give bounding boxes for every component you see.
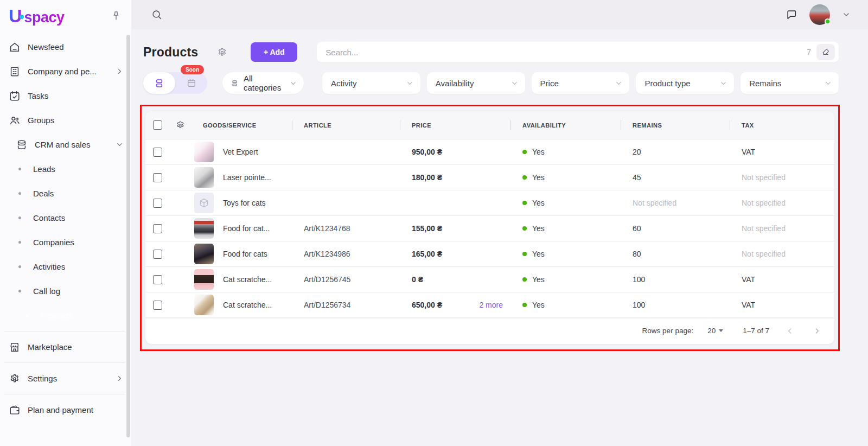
column-header-price: PRICE [400, 111, 510, 139]
calendar-icon [9, 90, 21, 102]
row-checkbox[interactable] [153, 199, 162, 208]
chat-icon[interactable] [786, 9, 797, 21]
rows-per-page-select[interactable]: 20 [707, 327, 723, 335]
product-name: Laser pointe... [223, 173, 271, 182]
sidebar-item-label: Deals [33, 189, 124, 198]
tax-value: VAT [730, 301, 834, 309]
remains-value: Not specified [621, 199, 730, 207]
filter-activity[interactable]: Activity [322, 72, 420, 94]
users-icon [9, 114, 21, 126]
chevron-right-icon [116, 374, 124, 383]
filter-availability[interactable]: Availability [427, 72, 525, 94]
sidebar-item-call-log[interactable]: Call log [0, 279, 131, 303]
availability-dot-icon [522, 277, 527, 282]
availability-dot-icon [522, 201, 527, 205]
product-image [194, 269, 214, 290]
previous-page-button[interactable] [783, 324, 796, 337]
filter-label: Remains [749, 79, 824, 88]
bullet-icon [18, 216, 21, 219]
product-name: Cat scratche... [223, 275, 272, 284]
more-prices-link[interactable]: 2 more [479, 301, 503, 309]
product-price: 155,00 ₴ [412, 224, 442, 233]
availability-value: Yes [532, 301, 545, 309]
sidebar-item-products[interactable]: Products [0, 303, 131, 328]
table-row[interactable]: Toys for catsYesNot specifiedNot specifi… [145, 190, 834, 216]
row-checkbox[interactable] [153, 250, 162, 259]
bullet-icon [18, 168, 21, 170]
column-header-availability: AVAILABILITY [510, 111, 621, 139]
sidebar-item-contacts[interactable]: Contacts [0, 206, 131, 230]
all-categories-select[interactable]: All categories [222, 72, 304, 94]
sidebar-item-label: Tasks [28, 91, 124, 100]
sidebar-item-newsfeed[interactable]: Newsfeed [0, 35, 131, 59]
sidebar-item-label: Plan and payment [28, 405, 124, 415]
chevron-down-icon [615, 79, 623, 87]
sidebar-item-label: Contacts [33, 213, 124, 222]
next-page-button[interactable] [810, 324, 824, 337]
select-all-checkbox[interactable] [153, 120, 162, 130]
calendar-view-button[interactable] [175, 72, 207, 94]
filter-label: Activity [331, 79, 406, 88]
products-table: GOODS/SERVICEARTICLEPRICEAVAILABILITYREM… [145, 111, 834, 344]
product-article: Art/K1234768 [292, 224, 400, 233]
user-avatar[interactable] [809, 4, 830, 25]
filter-price[interactable]: Price [532, 72, 630, 94]
product-price: 165,00 ₴ [412, 250, 442, 258]
sidebar-item-activities[interactable]: Activities [0, 254, 131, 279]
remains-value: 100 [621, 275, 730, 284]
tax-value: Not specified [730, 199, 834, 207]
uspacy-logo[interactable]: U spacy [9, 5, 65, 27]
clear-search-button[interactable] [816, 44, 835, 60]
row-checkbox[interactable] [153, 275, 162, 284]
sidebar-item-leads[interactable]: Leads [0, 157, 131, 181]
sidebar-item-plan-and-payment[interactable]: Plan and payment [0, 398, 131, 422]
filter-remains[interactable]: Remains [741, 72, 839, 94]
remains-value: 100 [621, 301, 730, 309]
row-checkbox[interactable] [153, 301, 162, 310]
global-search-icon[interactable] [151, 9, 163, 21]
add-product-button[interactable]: + Add [251, 42, 297, 62]
filter-label: Price [540, 79, 615, 88]
row-checkbox[interactable] [153, 148, 162, 157]
product-name: Vet Expert [223, 148, 258, 156]
table-row[interactable]: Cat scratche...Art/D12567450 ₴Yes100VAT [145, 267, 834, 292]
chevron-down-icon [510, 79, 519, 87]
table-row[interactable]: Food for catsArt/K1234986165,00 ₴Yes80No… [145, 241, 834, 267]
sidebar-item-marketplace[interactable]: Marketplace [0, 335, 131, 359]
column-header-article: ARTICLE [292, 111, 400, 139]
products-search-input[interactable] [326, 48, 807, 57]
sidebar-item-groups[interactable]: Groups [0, 108, 131, 132]
logo-dot-icon [20, 15, 24, 19]
filter-label: Availability [436, 79, 510, 88]
row-checkbox[interactable] [153, 173, 162, 182]
sidebar: U spacy NewsfeedCompany and pe...TasksGr… [0, 0, 131, 446]
table-row[interactable]: Vet Expert950,00 ₴Yes20VAT [145, 139, 834, 165]
list-view-button[interactable] [143, 72, 175, 94]
availability-dot-icon [522, 303, 527, 307]
sidebar-item-label: Companies [33, 238, 124, 247]
sidebar-scrollbar[interactable] [126, 35, 130, 437]
account-menu-chevron-icon[interactable] [842, 10, 851, 19]
table-row[interactable]: Cat scratche...Art/D1256734650,00 ₴2 mor… [145, 292, 834, 318]
sidebar-item-companies[interactable]: Companies [0, 230, 131, 254]
table-settings-icon[interactable] [169, 120, 191, 130]
product-price: 650,00 ₴ [412, 301, 442, 309]
product-name: Cat scratche... [223, 301, 272, 309]
sidebar-item-settings[interactable]: Settings [0, 366, 131, 391]
row-checkbox[interactable] [153, 224, 162, 233]
sidebar-item-company-and-people[interactable]: Company and pe... [0, 59, 131, 84]
sidebar-item-crm-and-sales[interactable]: CRM and sales [0, 132, 131, 157]
page-settings-icon[interactable] [216, 47, 228, 58]
availability-dot-icon [522, 150, 527, 154]
availability-dot-icon [522, 252, 527, 256]
table-row[interactable]: Food for cat...Art/K1234768155,00 ₴Yes60… [145, 216, 834, 241]
product-image [194, 218, 214, 239]
pin-sidebar-icon[interactable] [111, 10, 122, 21]
sidebar-item-deals[interactable]: Deals [0, 181, 131, 206]
remains-value: 80 [621, 250, 730, 258]
table-header-row: GOODS/SERVICEARTICLEPRICEAVAILABILITYREM… [145, 111, 834, 139]
sidebar-item-tasks[interactable]: Tasks [0, 84, 131, 108]
filter-product-type[interactable]: Product type [636, 72, 734, 94]
table-row[interactable]: Laser pointe...180,00 ₴Yes45Not specifie… [145, 165, 834, 190]
tax-value: Not specified [730, 250, 834, 258]
